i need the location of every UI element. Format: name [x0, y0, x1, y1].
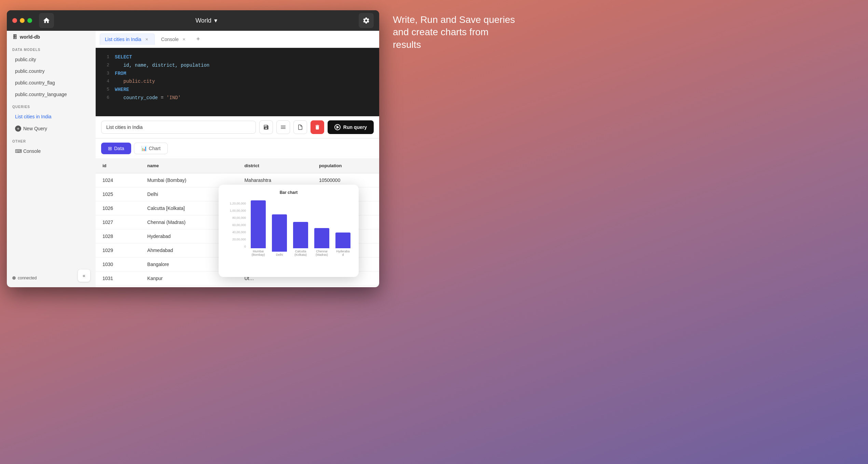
bar-chart: 1,20,00,0001,00,00,00080,00,00060,00,000… — [225, 198, 352, 256]
code-line-6: 6 country_code = 'IND' — [102, 94, 372, 102]
bar — [293, 222, 308, 248]
db-name-label: world-db — [20, 34, 40, 40]
right-desc-line2: and create charts from results — [393, 27, 488, 50]
bar-column: Hyderabad — [335, 233, 350, 256]
sidebar-bottom — [7, 157, 96, 177]
y-label: 20,00,000 — [229, 238, 246, 241]
col-id: id — [96, 158, 140, 173]
y-label: 1,20,00,000 — [229, 202, 246, 205]
chart-tab-label: Chart — [149, 146, 161, 151]
titlebar-center: World ▾ — [58, 15, 355, 26]
right-desc-line1: Write, Run and Save queries — [393, 14, 515, 25]
new-query-button[interactable]: + New Query — [10, 123, 93, 134]
cell-id: 1031 — [96, 271, 140, 286]
docs-button[interactable] — [293, 120, 307, 134]
sidebar-item-country[interactable]: public.country — [10, 66, 93, 77]
home-button[interactable] — [39, 13, 54, 28]
close-button[interactable] — [12, 18, 17, 23]
y-label: 0 — [229, 245, 246, 248]
cell-id: 1030 — [96, 257, 140, 271]
bar-label: Mumbai (Bombay) — [251, 250, 266, 256]
add-tab-button[interactable]: + — [193, 35, 203, 44]
settings-button[interactable] — [359, 13, 374, 28]
main-layout: 🗄 world-db DATA MODELS public.city publi… — [7, 31, 379, 287]
sidebar-collapse-button[interactable]: « — [78, 269, 90, 282]
bar-column: Calcutta (Kolkata) — [293, 222, 308, 256]
bars-container: Mumbai (Bombay)DelhiCalcutta (Kolkata)Ch… — [251, 202, 350, 256]
code-line-2: 2 id, name, district, population — [102, 62, 372, 70]
connection-status: connected — [12, 276, 37, 280]
cell-id: 1029 — [96, 243, 140, 257]
new-query-label: New Query — [23, 126, 47, 131]
home-icon — [43, 17, 50, 24]
tab-console[interactable]: Console ✕ — [156, 34, 192, 45]
new-query-icon: + — [15, 125, 21, 132]
save-button[interactable] — [259, 120, 273, 134]
queries-header: QUERIES — [7, 100, 96, 111]
cell-id: 1028 — [96, 229, 140, 243]
sidebar-item-city[interactable]: public.city — [10, 54, 93, 65]
run-query-button[interactable]: Run query — [328, 120, 374, 134]
delete-icon — [314, 124, 320, 130]
format-button[interactable] — [276, 120, 290, 134]
format-icon — [280, 124, 286, 130]
y-axis: 1,20,00,0001,00,00,00080,00,00060,00,000… — [229, 202, 246, 256]
maximize-button[interactable] — [27, 18, 32, 23]
results-table[interactable]: id name district population 1024Mumbai (… — [96, 158, 379, 287]
cell-id: 1027 — [96, 215, 140, 229]
sidebar-item-country-language[interactable]: public.country_language — [10, 89, 93, 100]
tab-data[interactable]: ⊞ Data — [101, 143, 131, 154]
bar-label: Hyderabad — [335, 250, 350, 256]
bar — [335, 233, 350, 248]
sidebar: 🗄 world-db DATA MODELS public.city publi… — [7, 31, 96, 287]
connected-label: connected — [18, 276, 37, 280]
tab-list-cities-close[interactable]: ✕ — [144, 37, 150, 42]
play-icon — [334, 124, 341, 130]
tab-list-cities[interactable]: List cities in India ✕ — [100, 34, 155, 45]
tab-bar: List cities in India ✕ Console ✕ + — [96, 31, 379, 48]
content-area: List cities in India ✕ Console ✕ + 1 SEL… — [96, 31, 379, 287]
other-header: OTHER — [7, 135, 96, 145]
right-description: Write, Run and Save queries and create c… — [379, 0, 529, 65]
connected-dot — [12, 276, 16, 280]
run-query-label: Run query — [343, 124, 367, 130]
bar-column: Chennai (Madras) — [314, 228, 329, 256]
app-window: World ▾ 🗄 world-db DATA MODELS public.ci… — [7, 10, 379, 287]
col-name: name — [140, 158, 237, 173]
bar — [251, 200, 266, 248]
sidebar-item-console[interactable]: ⌨ Console — [10, 146, 93, 157]
chart-popup-title: Bar chart — [225, 190, 352, 195]
data-tab-icon: ⊞ — [108, 146, 112, 151]
db-selector-label: World — [195, 17, 211, 24]
code-line-4: 4 public.city — [102, 78, 372, 86]
data-models-header: DATA MODELS — [7, 43, 96, 54]
col-population: population — [312, 158, 379, 173]
sidebar-item-country-flag[interactable]: public.country_flag — [10, 77, 93, 88]
cell-id: 1025 — [96, 187, 140, 201]
y-label: 60,00,000 — [229, 223, 246, 227]
data-tab-label: Data — [114, 146, 124, 151]
play-triangle — [336, 125, 339, 129]
code-editor[interactable]: 1 SELECT 2 id, name, district, populatio… — [96, 48, 379, 116]
table-header-row: id name district population — [96, 158, 379, 173]
cell-id: 1024 — [96, 173, 140, 187]
code-line-1: 1 SELECT — [102, 53, 372, 62]
save-icon — [263, 124, 269, 130]
tab-list-cities-label: List cities in India — [105, 37, 141, 42]
tab-console-label: Console — [161, 37, 179, 42]
bar-label: Delhi — [276, 253, 283, 256]
y-label: 40,00,000 — [229, 230, 246, 234]
chart-tab-icon: 📊 — [141, 146, 147, 151]
delete-button[interactable] — [311, 120, 324, 134]
titlebar: World ▾ — [7, 10, 379, 31]
code-line-5: 5 WHERE — [102, 86, 372, 94]
col-district: district — [237, 158, 312, 173]
minimize-button[interactable] — [20, 18, 25, 23]
query-name-input[interactable] — [101, 121, 256, 134]
db-selector[interactable]: World ▾ — [191, 15, 221, 26]
tab-console-close[interactable]: ✕ — [181, 37, 187, 42]
sidebar-item-list-cities[interactable]: List cities in India — [10, 111, 93, 122]
bar — [314, 228, 329, 248]
bar — [272, 214, 287, 252]
tab-chart[interactable]: 📊 Chart — [134, 143, 168, 154]
